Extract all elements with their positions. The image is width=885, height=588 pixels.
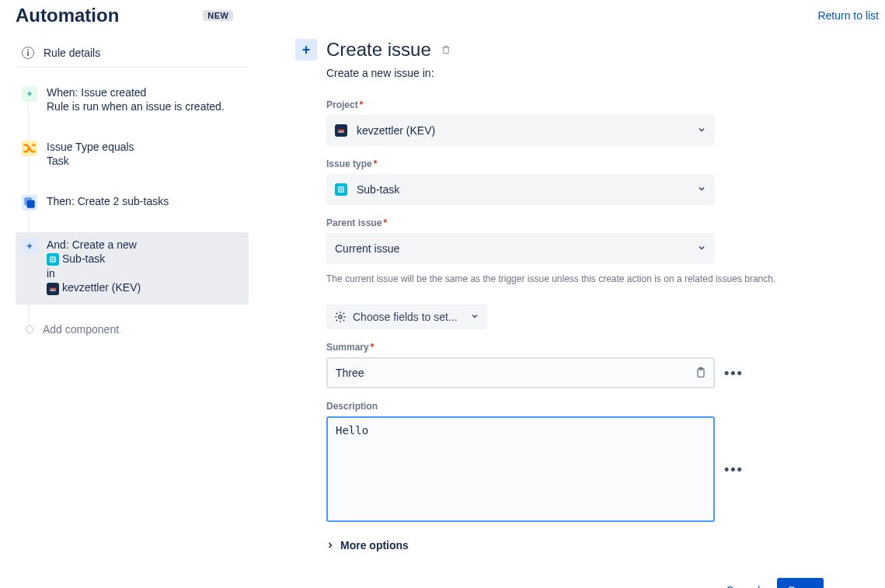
parent-issue-label: Parent issue* xyxy=(326,217,793,228)
clone-icon xyxy=(22,195,37,210)
new-badge: NEW xyxy=(203,10,233,21)
project-icon xyxy=(47,283,59,295)
step-issue-type-equals[interactable]: Issue Type equals Task xyxy=(16,134,249,176)
choose-fields-button[interactable]: Choose fields to set... xyxy=(326,304,487,329)
step-title: Issue Type equals xyxy=(47,141,134,153)
chevron-down-icon xyxy=(697,124,706,137)
step-subtitle: Task xyxy=(47,155,134,167)
parent-issue-helper: The current issue will be the same as th… xyxy=(326,272,808,286)
trash-icon[interactable] xyxy=(441,44,451,55)
project-icon xyxy=(335,124,347,137)
issue-type-value: Sub-task xyxy=(357,183,399,196)
svg-rect-11 xyxy=(340,189,343,191)
step-when-issue-created[interactable]: + When: Issue created Rule is run when a… xyxy=(16,80,249,122)
chevron-down-icon xyxy=(697,242,706,255)
more-options-label: More options xyxy=(340,539,409,551)
project-select[interactable]: kevzettler (KEV) xyxy=(326,115,715,146)
return-to-list-link[interactable]: Return to list xyxy=(817,9,879,22)
svg-rect-8 xyxy=(338,130,344,131)
plus-icon: + xyxy=(22,238,37,254)
description-textarea[interactable] xyxy=(326,416,715,522)
project-value: kevzettler (KEV) xyxy=(357,124,435,137)
svg-point-12 xyxy=(339,315,342,318)
circle-icon xyxy=(26,325,33,333)
step-detail-project: kevzettler (KEV) xyxy=(47,281,141,294)
save-button[interactable]: Save xyxy=(777,578,824,588)
step-title: Then: Create 2 sub-tasks xyxy=(47,195,169,207)
panel-title: Create issue xyxy=(326,39,431,61)
step-and-create-new[interactable]: + And: Create a new Sub-task in xyxy=(16,232,249,304)
chevron-down-icon xyxy=(697,183,706,196)
plus-icon: + xyxy=(22,86,37,102)
svg-rect-9 xyxy=(338,131,344,132)
parent-issue-value: Current issue xyxy=(335,242,399,255)
description-label: Description xyxy=(326,401,793,412)
info-icon xyxy=(22,47,34,59)
clipboard-icon[interactable] xyxy=(695,367,707,379)
plus-icon: + xyxy=(295,39,317,61)
step-subtitle: Rule is run when an issue is created. xyxy=(47,100,225,113)
add-component-label: Add component xyxy=(43,323,119,336)
issue-type-select[interactable]: Sub-task xyxy=(326,174,715,205)
step-detail-in: in xyxy=(47,267,141,280)
chevron-down-icon xyxy=(470,311,479,323)
more-options-toggle[interactable]: More options xyxy=(326,539,793,551)
sidebar: Rule details + When: Issue created Rule … xyxy=(16,39,249,588)
cancel-button[interactable]: Cancel xyxy=(718,578,768,588)
parent-issue-select[interactable]: Current issue xyxy=(326,233,715,264)
svg-rect-5 xyxy=(50,287,56,289)
add-component-button[interactable]: Add component xyxy=(16,317,249,342)
panel-intro: Create a new issue in: xyxy=(326,67,793,79)
more-actions-description[interactable]: ••• xyxy=(724,461,743,478)
step-title: And: Create a new xyxy=(47,238,141,251)
project-label: Project* xyxy=(326,99,793,110)
svg-rect-6 xyxy=(50,290,56,291)
main-panel: + Create issue Create a new issue in: Pr… xyxy=(295,39,879,588)
step-title: When: Issue created xyxy=(47,86,225,99)
more-actions-summary[interactable]: ••• xyxy=(724,365,743,381)
issue-type-label: Issue type* xyxy=(326,158,793,169)
chevron-right-icon xyxy=(325,541,337,550)
step-detail-subtask: Sub-task xyxy=(47,252,141,266)
choose-fields-label: Choose fields to set... xyxy=(353,311,458,323)
shuffle-icon xyxy=(22,141,37,156)
rule-details-button[interactable]: Rule details xyxy=(16,39,249,68)
rule-details-label: Rule details xyxy=(44,47,100,59)
summary-input[interactable] xyxy=(326,357,715,388)
gear-icon xyxy=(334,311,347,323)
subtask-icon xyxy=(335,183,347,196)
summary-label: Summary* xyxy=(326,342,793,353)
svg-rect-1 xyxy=(27,200,35,208)
svg-rect-3 xyxy=(52,259,54,261)
page-title: Automation xyxy=(16,5,119,26)
step-then-create-subtasks[interactable]: Then: Create 2 sub-tasks xyxy=(16,189,249,220)
subtask-icon xyxy=(47,253,59,266)
